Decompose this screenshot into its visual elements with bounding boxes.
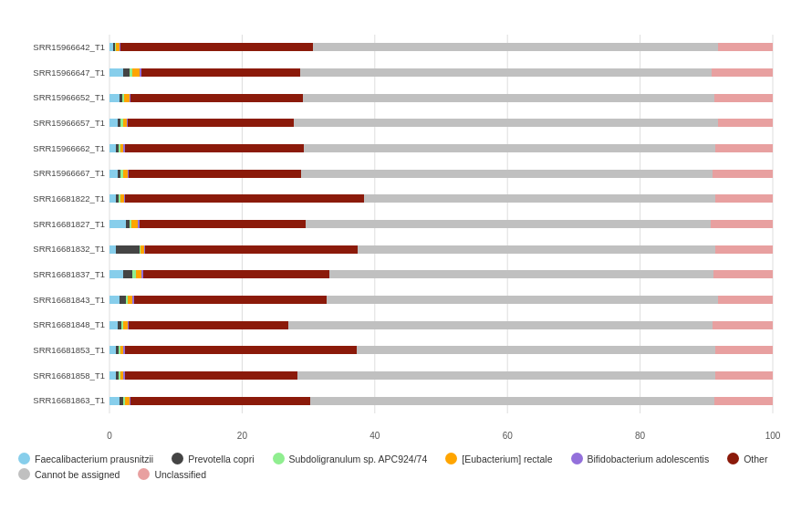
bar-segment [357,346,715,354]
legend-item: Faecalibacterium prausnitzii [18,453,153,464]
legend-color-dot [273,453,285,464]
bar-segment [711,220,773,228]
bar-segment [145,245,358,254]
bar-segment [714,397,773,405]
bar-segment [120,296,126,304]
bar-row [109,110,773,136]
bar-segment [129,321,287,329]
y-axis-label: SRR16681832_T1 [0,245,109,254]
bar-segment [304,144,715,152]
bar-segment [109,170,118,178]
legend-label: Faecalibacterium prausnitzii [35,454,153,464]
legend-area: Faecalibacterium prausnitziiPrevotella c… [9,447,782,527]
bar-segment [125,371,297,380]
bar-segment [109,346,116,354]
bar-segment [718,43,773,51]
bar-segment [109,94,120,102]
x-tick-label: 0 [107,431,112,441]
bar-segment [109,119,118,127]
legend-color-dot [18,468,30,480]
legend-label: Unclassified [154,469,206,480]
bar-row [109,236,773,262]
bar-row [109,136,773,162]
y-axis-label: SRR15966647_T1 [0,68,109,78]
y-axis: SRR15966642_T1SRR15966647_T1SRR15966652_… [0,35,109,413]
x-tick-label: 60 [503,431,513,441]
bar-row [109,35,773,60]
bar-segment [294,119,718,127]
bar-segment [714,94,773,102]
bar-segment [288,321,713,329]
legend-label: Bifidobacterium adolescentis [588,454,710,464]
bar-segment [141,68,300,77]
bar-segment [297,371,715,380]
bar-segment [310,397,714,405]
bar-segment [109,296,120,304]
bar-row [109,262,773,287]
bar-segment [713,270,773,278]
bar-segment [329,270,714,278]
bar-segment [718,119,773,127]
bar-row [109,212,773,237]
x-tick-label: 40 [369,431,380,441]
bar-segment [109,371,116,380]
bar-row [109,60,773,86]
bar-segment [300,68,712,77]
bar-segment [109,397,120,405]
y-axis-label: SRR16681853_T1 [0,346,109,355]
bar-segment [128,119,294,127]
chart-area [109,35,773,413]
bar-row [109,338,773,363]
bar-segment [130,397,309,405]
bar-segment [358,245,716,254]
legend-color-dot [18,453,30,464]
legend-item: Prevotella copri [172,453,254,464]
y-axis-label: SRR16681848_T1 [0,320,109,329]
legend-color-dot [138,468,150,480]
bar-segment [130,94,303,102]
bar-segment [125,346,357,354]
bar-row [109,363,773,389]
y-axis-label: SRR16681863_T1 [0,396,109,405]
legend-label: [Eubacterium] rectale [462,454,552,464]
x-tick-label: 80 [635,431,645,441]
bar-segment [306,220,710,228]
bar-segment [715,144,773,152]
bar-row [109,388,773,413]
legend-color-dot [445,453,457,464]
bar-segment [134,296,327,304]
x-tick-label: 100 [765,431,781,441]
bar-segment [109,220,126,228]
bar-row [109,186,773,212]
bar-segment [303,94,714,102]
bar-segment [109,270,123,278]
legend-label: Subdoligranulum sp. APC924/74 [289,454,428,464]
bar-segment [715,194,773,203]
bar-segment [109,321,118,329]
bar-segment [713,321,773,329]
bar-row [109,312,773,338]
bar-segment [327,296,718,304]
legend-color-dot [727,453,739,464]
legend-item: Subdoligranulum sp. APC924/74 [273,453,428,464]
bar-segment [125,144,304,152]
legend-item: [Eubacterium] rectale [445,453,552,464]
bar-row [109,85,773,110]
bar-segment [116,245,139,254]
bar-segment [301,170,713,178]
bar-segment [143,270,329,278]
bars-container [109,35,773,413]
x-axis-ticks: 020406080100 [109,431,773,444]
bar-segment [313,43,717,51]
y-axis-label: SRR15966652_T1 [0,93,109,102]
y-axis-label: SRR15966662_T1 [0,144,109,153]
legend-item: Unclassified [138,468,206,480]
legend-color-dot [571,453,583,464]
bar-segment [364,194,715,203]
y-axis-label: SRR16681843_T1 [0,296,109,305]
y-axis-label: SRR16681837_T1 [0,270,109,279]
legend-item: Other [727,453,767,464]
bar-segment [715,245,773,254]
x-tick-label: 20 [237,431,247,441]
bar-segment [109,245,116,254]
